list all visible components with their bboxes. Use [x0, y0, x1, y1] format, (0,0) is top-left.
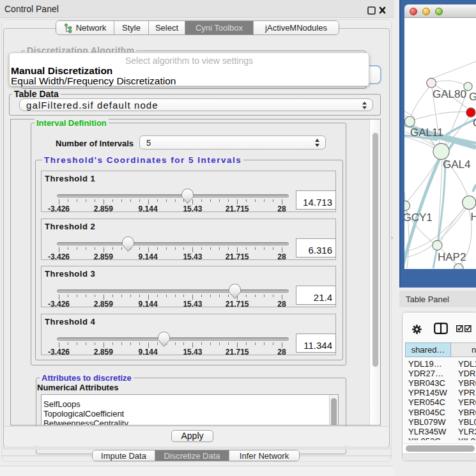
- svg-text:GAL80: GAL80: [433, 88, 466, 100]
- svg-text:HAP2: HAP2: [438, 251, 466, 263]
- svg-text:GAL11: GAL11: [410, 127, 443, 139]
- svg-text:C: C: [473, 117, 476, 129]
- svg-text:GAL4: GAL4: [443, 158, 470, 171]
- svg-text:GA: GA: [469, 91, 476, 103]
- svg-text:H: H: [471, 211, 476, 223]
- svg-text:GCY1: GCY1: [404, 211, 433, 224]
